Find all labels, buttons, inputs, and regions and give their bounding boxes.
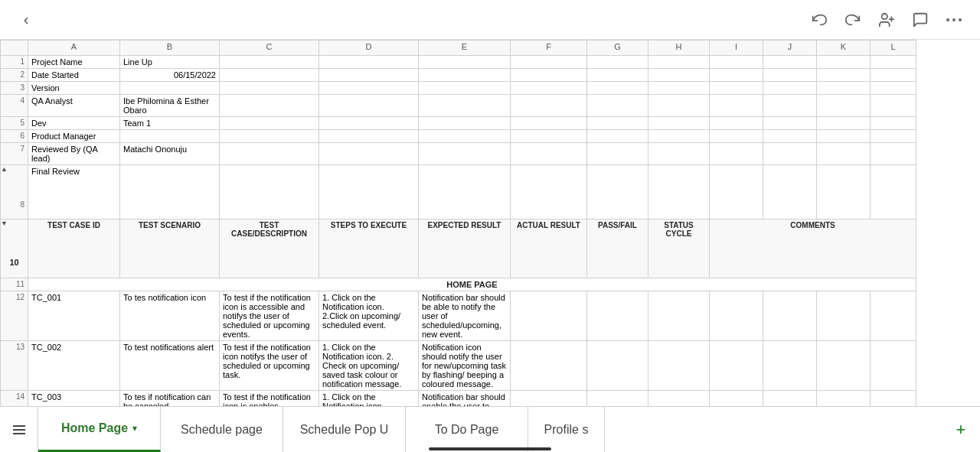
cell-d1[interactable] bbox=[319, 56, 419, 69]
cell-c5[interactable] bbox=[220, 117, 319, 130]
tab-home-page[interactable]: Home Page ▾ bbox=[38, 407, 161, 452]
cell-tc003-k[interactable] bbox=[817, 391, 871, 407]
cell-i7[interactable] bbox=[710, 143, 763, 165]
cell-g5[interactable] bbox=[587, 117, 648, 130]
cell-h5[interactable] bbox=[648, 117, 710, 130]
cell-tc002-l[interactable] bbox=[871, 341, 916, 391]
col-header-b[interactable]: B bbox=[120, 41, 220, 56]
add-user-button[interactable] bbox=[873, 6, 900, 34]
cell-a5[interactable]: Dev bbox=[28, 117, 120, 130]
cell-i8[interactable] bbox=[710, 165, 763, 219]
cell-tc002-j[interactable] bbox=[763, 341, 817, 391]
cell-tc001-k[interactable] bbox=[817, 291, 871, 341]
cell-b7[interactable]: Matachi Ononuju bbox=[120, 143, 220, 165]
cell-e5[interactable] bbox=[419, 117, 511, 130]
cell-f3[interactable] bbox=[511, 82, 587, 95]
cell-tc001-actual[interactable] bbox=[511, 291, 587, 341]
cell-h6[interactable] bbox=[648, 130, 710, 143]
cell-g2[interactable] bbox=[587, 69, 648, 82]
cell-f1[interactable] bbox=[511, 56, 587, 69]
cell-b3[interactable] bbox=[120, 82, 220, 95]
tab-profile[interactable]: Profile s bbox=[528, 407, 605, 452]
cell-tc002-actual[interactable] bbox=[511, 341, 587, 391]
cell-h1[interactable] bbox=[648, 56, 710, 69]
back-button[interactable]: ‹ bbox=[12, 6, 40, 34]
cell-k2[interactable] bbox=[817, 69, 871, 82]
cell-b1[interactable]: Line Up bbox=[120, 56, 220, 69]
cell-k6[interactable] bbox=[817, 130, 871, 143]
cell-tc002-desc[interactable]: To test if the notification icon notifys… bbox=[220, 341, 319, 391]
cell-e7[interactable] bbox=[419, 143, 511, 165]
cell-d4[interactable] bbox=[319, 95, 419, 117]
cell-tc003-comments[interactable] bbox=[710, 391, 763, 407]
cell-tc001-desc[interactable]: To test if the notification icon is acce… bbox=[220, 291, 319, 341]
cell-d2[interactable] bbox=[319, 69, 419, 82]
spreadsheet[interactable]: A B C D E F G H I J K L 1 Project Name L… bbox=[0, 40, 980, 406]
cell-home-page[interactable]: HOME PAGE bbox=[28, 278, 916, 291]
cell-b5[interactable]: Team 1 bbox=[120, 117, 220, 130]
cell-k1[interactable] bbox=[817, 56, 871, 69]
cell-h8[interactable] bbox=[648, 165, 710, 219]
cell-g1[interactable] bbox=[587, 56, 648, 69]
cell-i6[interactable] bbox=[710, 130, 763, 143]
cell-c3[interactable] bbox=[220, 82, 319, 95]
cell-g7[interactable] bbox=[587, 143, 648, 165]
cell-tc002-expected[interactable]: Notification icon should notify the user… bbox=[419, 341, 511, 391]
cell-d6[interactable] bbox=[319, 130, 419, 143]
cell-j7[interactable] bbox=[763, 143, 817, 165]
cell-f7[interactable] bbox=[511, 143, 587, 165]
cell-d8[interactable] bbox=[319, 165, 419, 219]
tab-schedule-popup[interactable]: Schedule Pop U bbox=[283, 407, 406, 452]
col-header-i[interactable]: I bbox=[710, 41, 763, 56]
cell-e8[interactable] bbox=[419, 165, 511, 219]
cell-a4[interactable]: QA Analyst bbox=[28, 95, 120, 117]
col-header-a[interactable]: A bbox=[28, 41, 120, 56]
cell-tc001-id[interactable]: TC_001 bbox=[28, 291, 120, 341]
cell-f2[interactable] bbox=[511, 69, 587, 82]
cell-h3[interactable] bbox=[648, 82, 710, 95]
cell-tc002-comments[interactable] bbox=[710, 341, 763, 391]
cell-a7[interactable]: Reviewed By (QA lead) bbox=[28, 143, 120, 165]
cell-c7[interactable] bbox=[220, 143, 319, 165]
cell-g4[interactable] bbox=[587, 95, 648, 117]
cell-tc002-status[interactable] bbox=[648, 341, 710, 391]
cell-f5[interactable] bbox=[511, 117, 587, 130]
cell-tc002-pass[interactable] bbox=[587, 341, 648, 391]
cell-e6[interactable] bbox=[419, 130, 511, 143]
cell-a8[interactable]: Final Review bbox=[28, 165, 120, 219]
cell-c2[interactable] bbox=[220, 69, 319, 82]
cell-l5[interactable] bbox=[871, 117, 916, 130]
cell-l7[interactable] bbox=[871, 143, 916, 165]
cell-h4[interactable] bbox=[648, 95, 710, 117]
cell-a3[interactable]: Version bbox=[28, 82, 120, 95]
cell-k7[interactable] bbox=[817, 143, 871, 165]
cell-tc001-l[interactable] bbox=[871, 291, 916, 341]
cell-tc003-desc[interactable]: To test if the notification icon is enab… bbox=[220, 391, 319, 407]
col-header-status[interactable]: STATUS CYCLE bbox=[648, 219, 710, 278]
cell-j2[interactable] bbox=[763, 69, 817, 82]
tab-menu-button[interactable] bbox=[0, 407, 38, 452]
tab-dropdown-arrow[interactable]: ▾ bbox=[132, 423, 137, 434]
col-header-test-scenario[interactable]: TEST SCENARIO bbox=[120, 219, 220, 278]
cell-e3[interactable] bbox=[419, 82, 511, 95]
cell-h2[interactable] bbox=[648, 69, 710, 82]
cell-tc002-scenario[interactable]: To test notifications alert bbox=[120, 341, 220, 391]
col-header-g[interactable]: G bbox=[587, 41, 648, 56]
cell-g6[interactable] bbox=[587, 130, 648, 143]
cell-tc003-actual[interactable] bbox=[511, 391, 587, 407]
comment-button[interactable] bbox=[906, 6, 934, 34]
cell-tc003-scenario[interactable]: To tes if notification can be canceled bbox=[120, 391, 220, 407]
cell-tc002-id[interactable]: TC_002 bbox=[28, 341, 120, 391]
cell-k4[interactable] bbox=[817, 95, 871, 117]
cell-k5[interactable] bbox=[817, 117, 871, 130]
cell-c8[interactable] bbox=[220, 165, 319, 219]
col-header-k[interactable]: K bbox=[817, 41, 871, 56]
tab-todo-page[interactable]: To Do Page bbox=[406, 407, 528, 452]
col-header-e[interactable]: E bbox=[419, 41, 511, 56]
col-header-expected[interactable]: EXPECTED RESULT bbox=[419, 219, 511, 278]
cell-e1[interactable] bbox=[419, 56, 511, 69]
cell-h7[interactable] bbox=[648, 143, 710, 165]
cell-tc003-status[interactable] bbox=[648, 391, 710, 407]
col-header-d[interactable]: D bbox=[319, 41, 419, 56]
cell-c6[interactable] bbox=[220, 130, 319, 143]
